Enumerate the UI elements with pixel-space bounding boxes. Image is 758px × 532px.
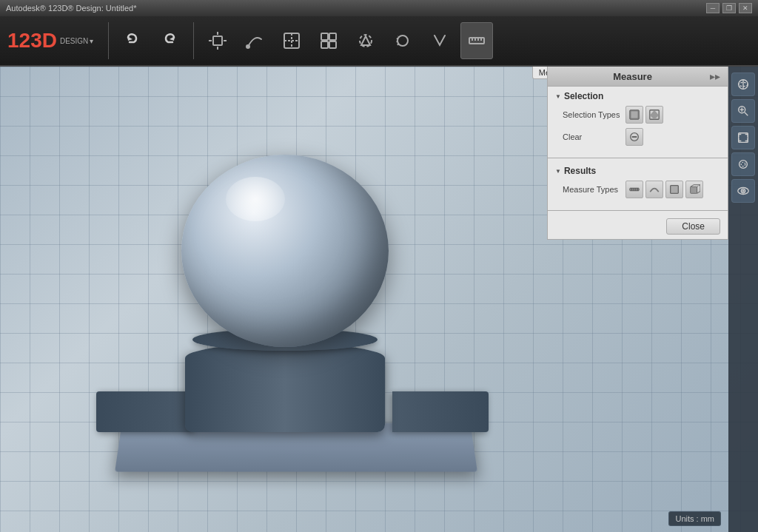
selection-header: ▼ Selection xyxy=(555,91,720,101)
cylinder-base xyxy=(185,343,385,432)
selection-types-label: Selection Types xyxy=(563,110,625,119)
undo-button[interactable] xyxy=(116,22,149,59)
primitives-button[interactable] xyxy=(312,22,345,59)
logo-sub: DESIGN xyxy=(60,37,88,45)
svg-point-26 xyxy=(739,161,748,169)
toolbar-divider-1 xyxy=(108,22,109,59)
svg-rect-0 xyxy=(213,36,222,45)
right-toolbar xyxy=(728,67,758,532)
app-logo: 123D DESIGN ▾ xyxy=(7,30,93,51)
snap-button[interactable] xyxy=(423,22,456,59)
selection-type-solid-button[interactable] xyxy=(625,106,643,124)
close-row: Close xyxy=(548,214,728,239)
panel-title-bar: Measure ▸▸ xyxy=(548,67,728,87)
selection-section: ▼ Selection Selection Types xyxy=(548,87,728,155)
clear-row: Clear xyxy=(555,128,720,146)
viewport[interactable]: Measu... Units : mm xyxy=(0,67,758,532)
svg-rect-32 xyxy=(631,112,638,118)
svg-rect-9 xyxy=(321,41,328,48)
orbit-button[interactable] xyxy=(731,73,755,96)
logo-text: 123D xyxy=(7,30,57,51)
svg-rect-8 xyxy=(329,33,336,40)
measure-type-ruler-button[interactable] xyxy=(625,181,643,198)
transform-button[interactable] xyxy=(201,22,234,59)
logo-dropdown-arrow[interactable]: ▾ xyxy=(90,37,93,45)
selection-label: Selection xyxy=(564,91,603,101)
panel-title: Measure xyxy=(555,71,710,82)
main-area: Measu... Units : mm xyxy=(0,67,758,532)
wing-left xyxy=(96,391,192,432)
panel-divider-2 xyxy=(548,210,728,211)
measure-type-volume-button[interactable] xyxy=(685,181,703,198)
group-button[interactable] xyxy=(386,22,419,59)
measure-types-label: Measure Types xyxy=(563,185,625,194)
zoom-button[interactable] xyxy=(731,99,755,123)
units-badge: Units : mm xyxy=(668,511,721,526)
visibility-button[interactable] xyxy=(731,179,755,203)
svg-line-22 xyxy=(745,112,748,116)
measure-panel: Measure ▸▸ ▼ Selection Selection Types xyxy=(547,67,728,240)
results-header: ▼ Results xyxy=(555,166,720,176)
svg-rect-10 xyxy=(329,41,336,48)
measure-types-row: Measure Types xyxy=(555,181,720,198)
3d-object xyxy=(96,155,503,473)
svg-point-30 xyxy=(742,190,744,192)
results-triangle: ▼ xyxy=(555,168,561,175)
fit-view-button[interactable] xyxy=(731,126,755,149)
svg-rect-41 xyxy=(691,186,697,193)
title-bar: Autodesk® 123D® Design: Untitled* ─ ❐ ✕ xyxy=(0,0,758,16)
svg-point-12 xyxy=(398,36,408,46)
panel-divider xyxy=(548,158,728,158)
boolean-button[interactable] xyxy=(349,22,382,59)
svg-point-27 xyxy=(741,162,745,166)
sketch-button[interactable] xyxy=(238,22,271,59)
svg-point-5 xyxy=(246,45,249,48)
svg-rect-40 xyxy=(671,186,679,194)
construct-button[interactable] xyxy=(275,22,308,59)
window-controls: ─ ❐ ✕ xyxy=(706,3,752,13)
measure-toolbar-button[interactable] xyxy=(460,22,493,59)
selection-types-row: Selection Types xyxy=(555,106,720,124)
minimize-button[interactable]: ─ xyxy=(706,3,720,13)
clear-selection-button[interactable] xyxy=(625,128,643,146)
clear-label: Clear xyxy=(563,132,625,141)
sphere xyxy=(181,155,389,347)
restore-button[interactable]: ❐ xyxy=(722,3,736,13)
clear-controls xyxy=(625,128,643,146)
app-title: Autodesk® 123D® Design: Untitled* xyxy=(6,4,136,13)
close-window-button[interactable]: ✕ xyxy=(739,3,752,13)
results-section: ▼ Results Measure Types xyxy=(548,161,728,207)
redo-button[interactable] xyxy=(153,22,186,59)
svg-rect-7 xyxy=(321,33,328,40)
measure-type-area-button[interactable] xyxy=(665,181,683,198)
close-panel-button[interactable]: Close xyxy=(666,218,720,235)
main-toolbar: 123D DESIGN ▾ xyxy=(0,16,758,67)
selection-type-controls xyxy=(625,106,663,124)
toolbar-divider-2 xyxy=(193,22,194,59)
panel-expand-button[interactable]: ▸▸ xyxy=(710,70,720,82)
perspective-button[interactable] xyxy=(731,152,755,176)
selection-triangle: ▼ xyxy=(555,93,561,100)
measure-type-controls xyxy=(625,181,703,198)
selection-type-face-button[interactable] xyxy=(645,106,663,124)
wing-right xyxy=(392,391,489,432)
measure-type-curve-button[interactable] xyxy=(645,181,663,198)
results-label: Results xyxy=(564,166,596,176)
